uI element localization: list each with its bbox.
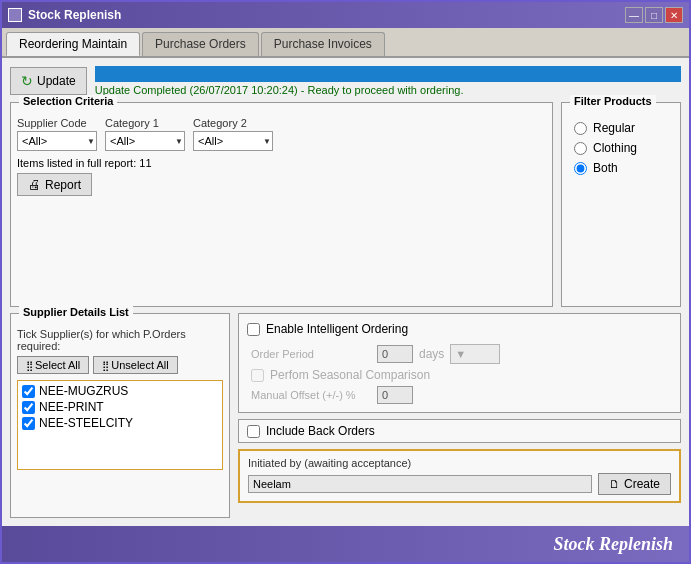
category2-label: Category 2 [193, 117, 273, 129]
seasonal-comparison-label: Perfom Seasonal Comparison [270, 368, 430, 382]
supplier-steelcity-checkbox[interactable] [22, 417, 35, 430]
category1-select-container: <All> ▼ [105, 131, 185, 151]
supplier-header-row: Tick Supplier(s) for which P.Orders requ… [17, 328, 223, 352]
list-item[interactable]: NEE-MUGZRUS [20, 383, 220, 399]
supplier-print-checkbox[interactable] [22, 401, 35, 414]
intelligent-ordering-fields: Order Period days ▼ Perfom Seasona [247, 344, 672, 404]
include-back-orders-checkbox[interactable] [247, 425, 260, 438]
items-listed-text: Items listed in full report: 11 [17, 157, 546, 169]
filter-regular-option[interactable]: Regular [574, 121, 668, 135]
days-select[interactable]: ▼ [450, 344, 500, 364]
include-back-orders-section: Include Back Orders [238, 419, 681, 443]
category1-field: Category 1 <All> ▼ [105, 117, 185, 151]
list-item[interactable]: NEE-STEELCITY [20, 415, 220, 431]
selection-criteria-title: Selection Criteria [19, 95, 117, 107]
days-select-container: ▼ [450, 344, 500, 364]
maximize-button[interactable]: □ [645, 7, 663, 23]
order-period-input[interactable] [377, 345, 413, 363]
initiated-by-label: Initiated by (awaiting acceptance) [248, 457, 671, 469]
category1-select[interactable]: <All> [105, 131, 185, 151]
app-icon [8, 8, 22, 22]
select-all-button[interactable]: ⣿ Select All [17, 356, 89, 374]
supplier-code-label: Supplier Code [17, 117, 97, 129]
criteria-dropdowns-row: Supplier Code <All> ▼ Category 1 <Al [17, 117, 546, 151]
footer: Stock Replenish [2, 526, 689, 562]
supplier-code-select-container: <All> ▼ [17, 131, 97, 151]
intelligent-ordering-section: Enable Intelligent Ordering Order Period… [238, 313, 681, 413]
window-controls: — □ ✕ [625, 7, 683, 23]
report-button[interactable]: 🖨 Report [17, 173, 92, 196]
order-period-row: Order Period days ▼ [251, 344, 672, 364]
intelligent-ordering-checkbox[interactable] [247, 323, 260, 336]
create-button[interactable]: 🗋 Create [598, 473, 671, 495]
filter-products-section: Filter Products Regular Clothing Both [561, 102, 681, 307]
progress-bar [95, 66, 681, 82]
supplier-section-title: Supplier Details List [19, 306, 133, 318]
footer-text: Stock Replenish [553, 534, 673, 555]
tab-purchase-invoices[interactable]: Purchase Invoices [261, 32, 385, 56]
category2-select[interactable]: <All> [193, 131, 273, 151]
intelligent-ordering-header: Enable Intelligent Ordering [247, 322, 672, 336]
tick-label: Tick Supplier(s) for which P.Orders requ… [17, 328, 219, 352]
initiated-by-input[interactable] [248, 475, 592, 493]
tab-purchase-orders[interactable]: Purchase Orders [142, 32, 259, 56]
manual-offset-label: Manual Offset (+/-) % [251, 389, 371, 401]
report-icon: 🖨 [28, 177, 41, 192]
initiated-by-row: 🗋 Create [248, 473, 671, 495]
filter-radio-group: Regular Clothing Both [574, 121, 668, 175]
unselect-all-button[interactable]: ⣿ Unselect All [93, 356, 177, 374]
update-section: ↻ Update [10, 66, 681, 96]
update-button[interactable]: ↻ Update [10, 67, 87, 95]
progress-bar-container: Update Completed (26/07/2017 10:20:24) -… [95, 66, 681, 96]
refresh-icon: ↻ [21, 73, 33, 89]
supplier-action-buttons: ⣿ Select All ⣿ Unselect All [17, 356, 223, 374]
filter-both-radio[interactable] [574, 162, 587, 175]
category2-select-container: <All> ▼ [193, 131, 273, 151]
title-bar-left: Stock Replenish [8, 8, 121, 22]
filter-products-title: Filter Products [570, 95, 656, 107]
bottom-section: Supplier Details List Tick Supplier(s) f… [10, 313, 681, 518]
category1-label: Category 1 [105, 117, 185, 129]
order-period-label: Order Period [251, 348, 371, 360]
supplier-code-select[interactable]: <All> [17, 131, 97, 151]
window-title: Stock Replenish [28, 8, 121, 22]
create-icon: 🗋 [609, 478, 620, 490]
filter-clothing-option[interactable]: Clothing [574, 141, 668, 155]
unselect-all-icon: ⣿ [102, 360, 109, 371]
list-item[interactable]: NEE-PRINT [20, 399, 220, 415]
close-button[interactable]: ✕ [665, 7, 683, 23]
main-window: Stock Replenish — □ ✕ Reordering Maintai… [0, 0, 691, 564]
supplier-list[interactable]: NEE-MUGZRUS NEE-PRINT NEE-STEELCITY [17, 380, 223, 470]
right-panel: Enable Intelligent Ordering Order Period… [238, 313, 681, 518]
title-bar: Stock Replenish — □ ✕ [2, 2, 689, 28]
tab-reordering-maintain[interactable]: Reordering Maintain [6, 32, 140, 56]
filter-clothing-radio[interactable] [574, 142, 587, 155]
select-all-icon: ⣿ [26, 360, 33, 371]
manual-offset-input[interactable] [377, 386, 413, 404]
manual-offset-row: Manual Offset (+/-) % [251, 386, 672, 404]
filter-regular-radio[interactable] [574, 122, 587, 135]
seasonal-comparison-checkbox[interactable] [251, 369, 264, 382]
tab-bar: Reordering Maintain Purchase Orders Purc… [2, 28, 689, 58]
intelligent-ordering-label: Enable Intelligent Ordering [266, 322, 408, 336]
minimize-button[interactable]: — [625, 7, 643, 23]
category2-field: Category 2 <All> ▼ [193, 117, 273, 151]
seasonal-comparison-row: Perfom Seasonal Comparison [251, 368, 672, 382]
include-back-orders-label: Include Back Orders [266, 424, 375, 438]
supplier-details-section: Supplier Details List Tick Supplier(s) f… [10, 313, 230, 518]
top-row: Selection Criteria Supplier Code <All> ▼… [10, 102, 681, 307]
days-label: days [419, 347, 444, 361]
filter-both-option[interactable]: Both [574, 161, 668, 175]
supplier-mugzrus-checkbox[interactable] [22, 385, 35, 398]
main-content: ↻ Update [2, 58, 689, 526]
selection-criteria-section: Selection Criteria Supplier Code <All> ▼… [10, 102, 553, 307]
supplier-code-field: Supplier Code <All> ▼ [17, 117, 97, 151]
initiated-by-section: Initiated by (awaiting acceptance) 🗋 Cre… [238, 449, 681, 503]
